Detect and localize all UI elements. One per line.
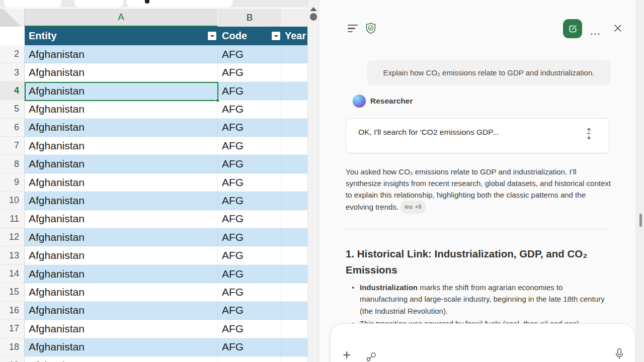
table-header-year[interactable]: Year xyxy=(282,27,307,45)
cell-entity[interactable]: Afghanistan xyxy=(25,173,218,192)
agents-icon[interactable] xyxy=(366,352,377,362)
row-number[interactable]: 7 xyxy=(0,137,25,155)
expand-collapse-icon[interactable] xyxy=(585,128,593,140)
cell-entity[interactable]: Afghanistan xyxy=(25,155,218,173)
cell-year[interactable] xyxy=(282,338,307,356)
cell-code[interactable]: AFG xyxy=(218,82,282,100)
cell-entity[interactable]: Afghanistan xyxy=(25,302,218,320)
citation-badge[interactable]: iea+8 xyxy=(400,201,425,214)
cell-code[interactable]: AFG xyxy=(218,320,282,338)
cell-year[interactable] xyxy=(282,265,307,283)
chat-scrollbar[interactable] xyxy=(635,0,644,362)
sheet-scrollbar-thumb[interactable] xyxy=(310,13,317,21)
row-number[interactable]: 18 xyxy=(0,338,25,356)
cell-entity[interactable]: Afghanistan xyxy=(25,63,218,81)
cell-year[interactable] xyxy=(282,173,307,192)
row-number[interactable]: 14 xyxy=(0,265,25,283)
cell-code[interactable]: AFG xyxy=(218,173,282,192)
cell-year[interactable] xyxy=(282,228,307,246)
cell-year[interactable] xyxy=(282,155,307,173)
select-all-corner[interactable] xyxy=(0,9,25,27)
row-number[interactable]: 12 xyxy=(0,228,25,246)
row-number[interactable]: 16 xyxy=(0,302,25,320)
cell-year[interactable] xyxy=(282,82,307,100)
cell-entity[interactable]: Afghanistan xyxy=(25,320,218,338)
cell-year[interactable] xyxy=(282,192,307,210)
cell-year[interactable] xyxy=(282,119,307,137)
table-header-code[interactable]: Code xyxy=(218,27,282,45)
close-icon[interactable] xyxy=(613,23,623,33)
row-number[interactable]: 4 xyxy=(0,82,25,100)
more-options-icon[interactable]: … xyxy=(590,25,602,38)
cell-code[interactable]: AFG xyxy=(218,283,282,301)
cell-code[interactable]: AFG xyxy=(218,356,282,362)
cell-year[interactable] xyxy=(282,210,307,228)
cell-entity[interactable]: Afghanistan xyxy=(25,82,218,100)
cell-year[interactable] xyxy=(282,356,307,362)
cell-code[interactable]: AFG xyxy=(218,137,282,155)
column-header-c[interactable] xyxy=(282,9,307,27)
row-number[interactable]: 19 xyxy=(0,356,25,362)
formula-fx-box[interactable] xyxy=(74,0,123,7)
cell-code[interactable]: AFG xyxy=(218,338,282,356)
cell-year[interactable] xyxy=(282,246,307,264)
cell-entity[interactable]: Afghanistan xyxy=(25,228,218,246)
cell-code[interactable]: AFG xyxy=(218,210,282,228)
formula-input[interactable] xyxy=(127,0,232,7)
cell-year[interactable] xyxy=(282,100,307,118)
column-header-a[interactable]: A xyxy=(25,9,218,27)
cell-entity[interactable]: Afghanistan xyxy=(25,338,218,356)
filter-dropdown-icon[interactable] xyxy=(208,32,216,40)
row-number[interactable]: 10 xyxy=(0,192,25,210)
name-box[interactable] xyxy=(4,0,61,7)
cell-code[interactable]: AFG xyxy=(218,155,282,173)
cell-entity[interactable]: Afghanistan xyxy=(25,119,218,137)
search-step-card[interactable]: OK, I'll search for 'CO2 emissions GDP..… xyxy=(346,118,609,153)
filter-dropdown-icon[interactable] xyxy=(272,32,280,40)
row-number[interactable]: 5 xyxy=(0,100,25,118)
column-header-b[interactable]: B xyxy=(218,9,282,27)
cell-code[interactable]: AFG xyxy=(218,63,282,81)
cell-code[interactable]: AFG xyxy=(218,302,282,320)
cell-entity[interactable]: Afghanistan xyxy=(25,356,218,362)
row-number[interactable]: 15 xyxy=(0,283,25,301)
cell-entity[interactable]: Afghanistan xyxy=(25,210,218,228)
cell-year[interactable] xyxy=(282,137,307,155)
chat-input-box[interactable]: + xyxy=(330,323,635,362)
cell-code[interactable]: AFG xyxy=(218,228,282,246)
row-number[interactable]: 6 xyxy=(0,119,25,137)
microphone-icon[interactable] xyxy=(615,348,624,360)
scroll-up-arrow-icon[interactable] xyxy=(310,7,317,11)
cell-year[interactable] xyxy=(282,283,307,301)
row-number[interactable]: 3 xyxy=(0,63,25,81)
table-header-entity[interactable]: Entity xyxy=(25,27,218,45)
row-number[interactable]: 17 xyxy=(0,320,25,338)
sheet-vertical-scrollbar[interactable] xyxy=(307,0,318,362)
new-chat-button[interactable] xyxy=(563,19,582,38)
cell-code[interactable]: AFG xyxy=(218,45,282,63)
cell-year[interactable] xyxy=(282,320,307,338)
chat-scrollbar-thumb[interactable] xyxy=(639,214,642,227)
cell-code[interactable]: AFG xyxy=(218,265,282,283)
row-number[interactable]: 2 xyxy=(0,45,25,63)
cell-code[interactable]: AFG xyxy=(218,246,282,264)
add-attachment-icon[interactable]: + xyxy=(343,347,351,362)
cell-year[interactable] xyxy=(282,302,307,320)
cell-code[interactable]: AFG xyxy=(218,119,282,137)
cell-code[interactable]: AFG xyxy=(218,100,282,118)
cell-entity[interactable]: Afghanistan xyxy=(25,137,218,155)
row-number[interactable]: 13 xyxy=(0,246,25,264)
cell-entity[interactable]: Afghanistan xyxy=(25,192,218,210)
cell-entity[interactable]: Afghanistan xyxy=(25,45,218,63)
chat-history-icon[interactable] xyxy=(348,25,359,33)
cell-year[interactable] xyxy=(282,63,307,81)
row-number[interactable]: 8 xyxy=(0,155,25,173)
cell-code[interactable]: AFG xyxy=(218,192,282,210)
cell-entity[interactable]: Afghanistan xyxy=(25,283,218,301)
cell-entity[interactable]: Afghanistan xyxy=(25,100,218,118)
cell-year[interactable] xyxy=(282,45,307,63)
row-number[interactable]: 9 xyxy=(0,173,25,192)
row-number[interactable]: 11 xyxy=(0,210,25,228)
cell-entity[interactable]: Afghanistan xyxy=(25,246,218,264)
cell-entity[interactable]: Afghanistan xyxy=(25,265,218,283)
